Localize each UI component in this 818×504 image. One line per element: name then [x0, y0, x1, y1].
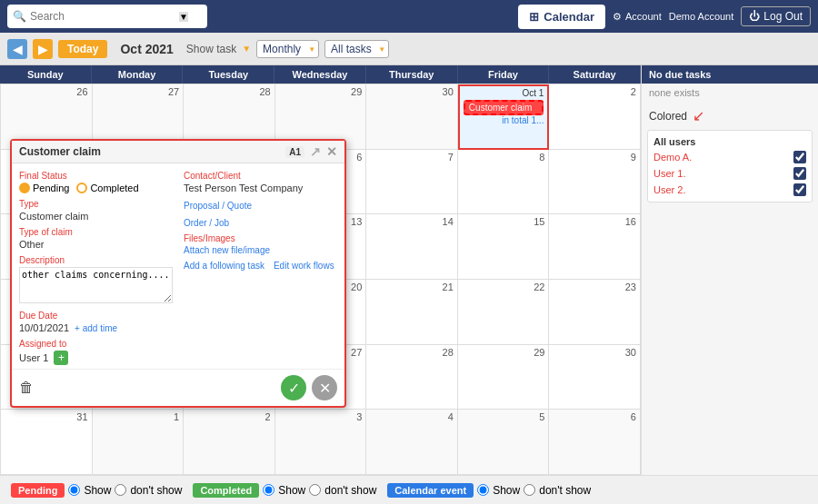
footer: Pending Show don't show Completed Show d…	[0, 475, 818, 504]
cal-cell-oct1[interactable]: Oct 1 Customer claim in total 1...	[458, 84, 550, 150]
cal-cell-w6d7[interactable]: 6	[549, 410, 641, 475]
event-chip-customer-claim[interactable]: Customer claim	[464, 100, 544, 115]
add-following-link[interactable]: Add a following task	[184, 261, 264, 271]
attach-link[interactable]: Attach new file/image	[184, 245, 337, 255]
cal-cell-w6d3[interactable]: 2	[184, 410, 275, 475]
legend-calendar-event: Calendar event Show don't show	[387, 483, 591, 498]
cal-cell-w4d7[interactable]: 23	[549, 280, 641, 345]
completed-show-radio[interactable]	[263, 484, 274, 496]
prev-btn[interactable]: ◀	[7, 39, 27, 59]
user2-label: User 2.	[653, 184, 685, 195]
all-tasks-select[interactable]: All tasks	[324, 40, 389, 58]
completed-hide-radio[interactable]	[309, 484, 321, 496]
type-of-claim-value: Other	[19, 239, 173, 250]
cal-cell-w1d7[interactable]: 2	[549, 84, 641, 150]
month-label: Oct 2021	[120, 42, 173, 56]
user2-checkbox[interactable]	[793, 183, 806, 196]
user-item-user2[interactable]: User 2.	[653, 182, 806, 198]
calendar-event-badge: Calendar event	[387, 483, 474, 498]
day-friday: Friday	[458, 65, 550, 84]
proposal-link[interactable]: Proposal / Quote	[184, 201, 337, 211]
user-item-user1[interactable]: User 1.	[653, 165, 806, 182]
in-total-link[interactable]: in total 1...	[464, 115, 544, 125]
day-wednesday: Wednesday	[274, 65, 366, 84]
cal-cell-w6d5[interactable]: 4	[366, 410, 458, 475]
legend-pending: Pending Show don't show	[11, 483, 182, 498]
calendar-grid: 26 27 28 29 30 Oct 1 Customer claim in t…	[0, 84, 641, 475]
pending-show-label: Show	[84, 484, 111, 497]
popup-close-btn[interactable]: ✕	[326, 144, 337, 159]
cal-cell-w4d6[interactable]: 22	[458, 280, 550, 345]
completed-dont-show-label: don't show	[324, 484, 376, 497]
cancel-btn[interactable]: ✕	[312, 375, 337, 400]
cal-cell-w5d6[interactable]: 29	[458, 345, 550, 410]
user-list: All users Demo A. User 1. User 2.	[647, 130, 813, 203]
search-dropdown-btn[interactable]: ▼	[179, 12, 188, 22]
completed-radio-circle	[76, 183, 87, 193]
account-btn[interactable]: ⚙ Account Demo Account	[613, 11, 733, 23]
ok-btn[interactable]: ✓	[281, 375, 306, 400]
type-of-claim-field: Type of claim Other	[19, 227, 173, 250]
day-sunday: Sunday	[0, 65, 92, 84]
all-users-label: All users	[653, 136, 695, 147]
popup-title: Customer claim	[19, 145, 101, 158]
cal-cell-w6d4[interactable]: 3	[275, 410, 367, 475]
cal-hide-radio[interactable]	[524, 484, 535, 496]
add-time-link[interactable]: + add time	[75, 323, 117, 333]
cal-cell-w3d5[interactable]: 14	[366, 214, 458, 280]
cal-cell-w2d7[interactable]: 9	[549, 150, 641, 215]
search-box[interactable]: 🔍 ▼	[7, 5, 207, 28]
cal-show-radio[interactable]	[477, 484, 489, 496]
cal-cell-w6d1[interactable]: 31	[1, 410, 93, 475]
pending-hide-radio[interactable]	[115, 484, 126, 496]
user1-label: User 1.	[653, 168, 685, 179]
description-textarea[interactable]: other claims concerning....	[19, 267, 173, 303]
due-date-value: 10/01/2021	[19, 322, 69, 333]
pending-show-radio[interactable]	[68, 484, 80, 496]
assigned-label: Assigned to	[19, 339, 175, 349]
sidebar: No due tasks none exists Colored ↙ All u…	[641, 65, 818, 475]
demo-a-checkbox[interactable]	[793, 151, 806, 163]
search-input[interactable]	[30, 10, 175, 23]
popup-footer: 🗑 ✓ ✕	[12, 369, 344, 406]
delete-btn[interactable]: 🗑	[19, 380, 34, 396]
next-btn[interactable]: ▶	[33, 39, 53, 59]
cal-cell-w4d5[interactable]: 21	[366, 280, 458, 345]
cal-cell-w5d5[interactable]: 28	[366, 345, 458, 410]
cal-cell-w1d5[interactable]: 30	[366, 84, 458, 150]
all-tasks-select-wrap[interactable]: All tasks	[324, 40, 389, 58]
add-assigned-btn[interactable]: +	[54, 351, 68, 365]
user-item-all[interactable]: All users	[653, 134, 806, 149]
cal-cell-w2d5[interactable]: 7	[366, 150, 458, 215]
order-link[interactable]: Order / Job	[184, 218, 337, 228]
cal-cell-w6d6[interactable]: 5	[458, 410, 550, 475]
final-status-label: Final Status	[19, 171, 173, 181]
header: 🔍 ▼ ⊞ Calendar ⚙ Account Demo Account ⏻ …	[0, 0, 818, 33]
go-icon[interactable]: ↗	[310, 144, 321, 159]
cal-cell-w5d7[interactable]: 30	[549, 345, 641, 410]
user1-checkbox[interactable]	[793, 167, 806, 180]
calendar-btn[interactable]: ⊞ Calendar	[518, 5, 605, 29]
edit-workflows-link[interactable]: Edit work flows	[274, 261, 334, 271]
pending-radio[interactable]: Pending	[19, 183, 69, 193]
user-item-demoa[interactable]: Demo A.	[653, 149, 806, 165]
none-exists-text: none exists	[642, 84, 818, 102]
day-monday: Monday	[92, 65, 184, 84]
monthly-select-wrap[interactable]: Monthly	[256, 40, 319, 58]
cal-cell-w3d6[interactable]: 15	[458, 214, 550, 280]
show-task-label: Show task	[186, 43, 236, 55]
status-radio-group: Pending Completed	[19, 183, 173, 193]
completed-radio[interactable]: Completed	[76, 183, 138, 193]
day-tuesday: Tuesday	[183, 65, 274, 84]
completed-show-label: Show	[278, 484, 305, 497]
cal-cell-w3d7[interactable]: 16	[549, 214, 641, 280]
cal-cell-w6d2[interactable]: 1	[93, 410, 185, 475]
account-name-text: Demo Account	[669, 11, 734, 22]
due-date-label: Due Date	[19, 311, 175, 321]
monthly-select[interactable]: Monthly	[256, 40, 319, 58]
logout-btn[interactable]: ⏻ Log Out	[741, 6, 811, 26]
today-btn[interactable]: Today	[58, 40, 107, 58]
no-due-header: No due tasks	[642, 65, 818, 84]
legend-completed: Completed Show don't show	[193, 483, 376, 498]
cal-cell-w2d6[interactable]: 8	[458, 150, 550, 215]
